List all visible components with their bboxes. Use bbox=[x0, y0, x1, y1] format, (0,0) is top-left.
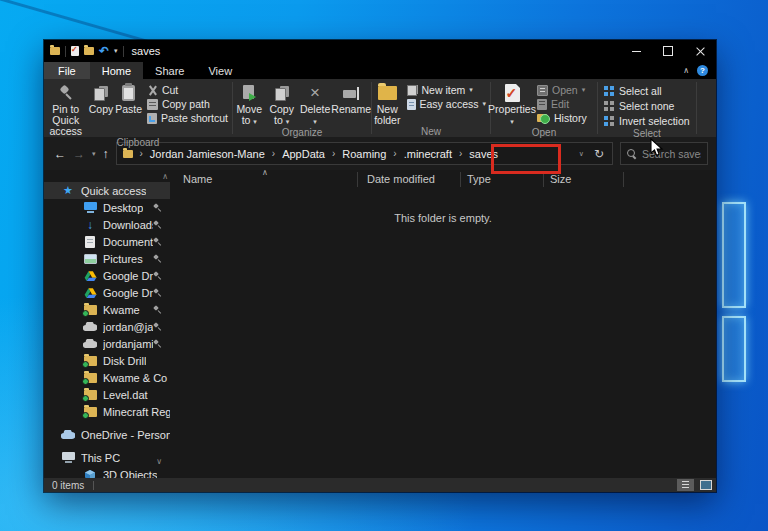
pin-icon bbox=[153, 288, 162, 297]
maximize-button[interactable] bbox=[652, 40, 684, 62]
breadcrumb-segment[interactable]: Jordan Jamieson-Mane bbox=[150, 148, 265, 160]
large-icons-view-button[interactable] bbox=[697, 479, 714, 491]
history-icon bbox=[537, 112, 550, 124]
copy-path-button[interactable]: Copy path bbox=[143, 97, 232, 111]
cloud-icon bbox=[83, 322, 97, 331]
group-label-organize: Organize bbox=[233, 127, 371, 139]
new-folder-icon bbox=[378, 86, 397, 100]
mouse-cursor bbox=[650, 138, 664, 158]
search-input[interactable]: Search saves bbox=[620, 142, 708, 165]
history-highlight-box bbox=[491, 144, 561, 174]
document-icon bbox=[85, 236, 95, 248]
sidebar-item-jordan-account-2[interactable]: jordanjamiesonn bbox=[44, 335, 170, 352]
rename-button[interactable]: Rename bbox=[331, 79, 371, 115]
paste-icon bbox=[122, 85, 135, 101]
paste-shortcut-button[interactable]: Paste shortcut bbox=[143, 111, 232, 125]
pin-icon bbox=[153, 254, 162, 263]
customize-toolbar-icon[interactable]: ▾ bbox=[114, 47, 118, 55]
tab-share[interactable]: Share bbox=[143, 62, 196, 79]
folder-icon bbox=[84, 390, 97, 400]
folder-icon bbox=[123, 150, 133, 158]
chevron-down-icon: ▾ bbox=[313, 118, 317, 125]
refresh-icon[interactable]: ↻ bbox=[594, 147, 604, 161]
move-to-button[interactable]: Move to ▾ bbox=[233, 79, 265, 127]
new-folder-button[interactable]: New folder bbox=[372, 79, 403, 126]
properties-icon[interactable] bbox=[71, 46, 79, 56]
sidebar-item-level-dat[interactable]: Level.dat bbox=[44, 386, 170, 403]
google-drive-icon bbox=[84, 270, 97, 282]
sidebar-item-disk-drill[interactable]: Disk Drill bbox=[44, 352, 170, 369]
delete-button[interactable]: × Delete▾ bbox=[299, 79, 331, 127]
tab-file[interactable]: File bbox=[44, 62, 90, 79]
new-folder-icon[interactable] bbox=[84, 47, 94, 55]
chevron-down-icon: ▾ bbox=[286, 118, 290, 125]
address-dropdown-icon[interactable]: ∨ bbox=[579, 150, 584, 158]
breadcrumb-segment[interactable]: AppData bbox=[282, 148, 325, 160]
new-item-button[interactable]: New item ▾ bbox=[403, 83, 490, 97]
tab-home[interactable]: Home bbox=[90, 62, 143, 79]
tab-view[interactable]: View bbox=[196, 62, 244, 79]
copy-button[interactable]: Copy bbox=[88, 79, 115, 115]
properties-button[interactable]: Properties▾ bbox=[491, 79, 533, 127]
paste-button[interactable]: Paste bbox=[114, 79, 142, 115]
sidebar-item-pictures[interactable]: Pictures bbox=[44, 250, 170, 267]
chevron-down-icon: ▾ bbox=[510, 118, 514, 125]
window-controls bbox=[620, 40, 716, 62]
minimize-button[interactable] bbox=[620, 40, 652, 62]
select-all-button[interactable]: Select all bbox=[604, 83, 662, 98]
invert-selection-icon bbox=[604, 116, 614, 126]
easy-access-button[interactable]: Easy access ▾ bbox=[403, 97, 490, 111]
divider bbox=[93, 481, 94, 490]
column-size[interactable]: Size bbox=[550, 173, 571, 185]
open-button[interactable]: Open ▾ bbox=[533, 83, 591, 97]
window-title: saves bbox=[132, 45, 161, 57]
sidebar-item-desktop[interactable]: Desktop bbox=[44, 199, 170, 216]
group-label-new: New bbox=[372, 126, 490, 138]
sidebar-item-kwame[interactable]: Kwame bbox=[44, 301, 170, 318]
sidebar-item-this-pc[interactable]: This PC bbox=[44, 449, 170, 466]
divider bbox=[65, 46, 66, 57]
scroll-down-icon[interactable]: ∨ bbox=[156, 457, 162, 466]
sidebar-item-documents[interactable]: Documents bbox=[44, 233, 170, 250]
details-view-button[interactable] bbox=[677, 479, 694, 491]
minimize-ribbon-icon[interactable]: ∧ bbox=[683, 66, 689, 75]
sidebar-item-jordan-account[interactable]: jordan@jamiesor bbox=[44, 318, 170, 335]
ribbon-group-open: Properties▾ Open ▾ Edit bbox=[491, 79, 597, 137]
recent-locations-icon[interactable]: ▾ bbox=[92, 150, 96, 158]
pin-to-quick-access-button[interactable]: Pin to Quick access bbox=[44, 79, 88, 137]
column-type[interactable]: Type bbox=[467, 173, 491, 185]
cut-button[interactable]: Cut bbox=[143, 83, 232, 97]
edit-button[interactable]: Edit bbox=[533, 97, 591, 111]
group-label-open: Open bbox=[491, 127, 597, 139]
window-body: ∧ ∨ ★ Quick access Desktop ↓ Downloads bbox=[44, 170, 716, 478]
copy-to-icon bbox=[275, 86, 289, 101]
ribbon-group-clipboard: Pin to Quick access Copy Paste Cut bbox=[44, 79, 232, 137]
pictures-icon bbox=[84, 254, 97, 264]
breadcrumb-segment[interactable]: .minecraft bbox=[404, 148, 452, 160]
empty-folder-message: This folder is empty. bbox=[170, 212, 716, 224]
chevron-down-icon: ▾ bbox=[253, 118, 257, 125]
help-icon[interactable]: ? bbox=[697, 65, 708, 76]
undo-icon[interactable]: ↶ bbox=[99, 46, 109, 56]
chevron-down-icon: ▾ bbox=[582, 86, 586, 94]
rename-icon bbox=[343, 87, 360, 100]
select-none-button[interactable]: Select none bbox=[604, 98, 674, 113]
copy-to-button[interactable]: Copy to ▾ bbox=[265, 79, 297, 127]
folder-icon bbox=[84, 305, 97, 315]
sidebar-item-quick-access[interactable]: ★ Quick access bbox=[44, 182, 170, 199]
invert-selection-button[interactable]: Invert selection bbox=[604, 113, 690, 128]
sidebar-item-minecraft-region[interactable]: Minecraft Region Fo bbox=[44, 403, 170, 420]
sidebar-item-google-drive[interactable]: Google Drive bbox=[44, 267, 170, 284]
breadcrumb-segment[interactable]: Roaming bbox=[342, 148, 386, 160]
group-label-select: Select bbox=[598, 128, 696, 140]
sidebar-item-downloads[interactable]: ↓ Downloads bbox=[44, 216, 170, 233]
sidebar-item-onedrive[interactable]: OneDrive - Personal bbox=[44, 426, 170, 443]
pin-icon bbox=[153, 271, 162, 280]
close-button[interactable] bbox=[684, 40, 716, 62]
sidebar-item-kwame-co[interactable]: Kwame & Co Marke bbox=[44, 369, 170, 386]
scroll-up-icon[interactable]: ∧ bbox=[162, 172, 168, 181]
history-button[interactable]: History bbox=[533, 111, 591, 125]
column-name[interactable]: Name bbox=[183, 173, 212, 185]
sidebar-item-google-drive-2[interactable]: Google Drive (jor bbox=[44, 284, 170, 301]
column-date-modified[interactable]: Date modified bbox=[367, 173, 435, 185]
